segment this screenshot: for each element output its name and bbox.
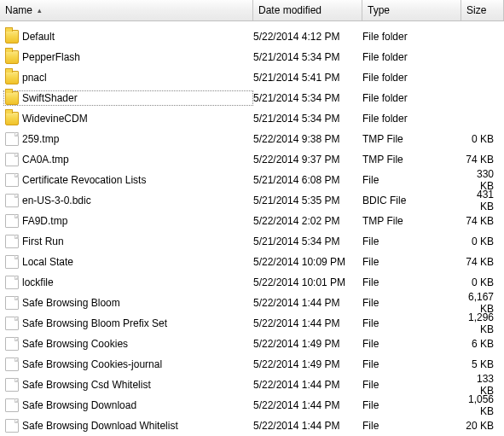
file-row[interactable]: Safe Browsing Download5/22/2014 1:44 PMF… (0, 395, 504, 416)
file-type-cell: BDIC File (362, 195, 461, 206)
file-name-label: CA0A.tmp (22, 154, 69, 166)
file-name-cell[interactable]: Safe Browsing Bloom Prefix Set (3, 316, 253, 331)
file-row[interactable]: FA9D.tmp5/22/2014 2:02 PMTMP File74 KB (0, 211, 504, 231)
file-icon (5, 255, 19, 269)
file-date-cell: 5/21/2014 5:41 PM (253, 72, 362, 84)
file-name-label: lockfile (22, 276, 54, 288)
file-date-cell: 5/22/2014 1:44 PM (253, 317, 362, 329)
file-name-cell[interactable]: Safe Browsing Bloom (3, 295, 253, 311)
file-name-cell[interactable]: 259.tmp (3, 131, 253, 147)
file-icon (5, 419, 19, 433)
file-icon (5, 173, 19, 187)
file-size-cell: 0 KB (461, 235, 504, 247)
file-name-label: 259.tmp (22, 133, 59, 145)
file-name-label: SwiftShader (22, 92, 78, 104)
folder-icon (5, 30, 19, 44)
file-icon (5, 378, 19, 392)
file-name-cell[interactable]: First Run (3, 234, 253, 249)
file-date-cell: 5/21/2014 5:34 PM (253, 92, 362, 104)
column-header-type[interactable]: Type (362, 0, 461, 20)
file-date-cell: 5/22/2014 10:09 PM (253, 256, 362, 268)
file-date-cell: 5/22/2014 1:49 PM (253, 338, 362, 350)
file-type-cell: File folder (362, 31, 461, 43)
file-size-cell: 6 KB (461, 338, 504, 350)
file-row[interactable]: en-US-3-0.bdic5/21/2014 5:35 PMBDIC File… (0, 190, 504, 211)
file-size-cell: 20 KB (461, 420, 504, 432)
file-name-cell[interactable]: Safe Browsing Csd Whitelist (3, 377, 253, 392)
file-date-cell: 5/22/2014 10:01 PM (253, 276, 362, 288)
file-row[interactable]: pnacl5/21/2014 5:41 PMFile folder (0, 67, 504, 88)
file-date-cell: 5/21/2014 6:08 PM (253, 174, 362, 186)
file-row[interactable]: First Run5/21/2014 5:34 PMFile0 KB (0, 231, 504, 252)
file-name-label: en-US-3-0.bdic (22, 195, 91, 206)
file-icon (5, 317, 19, 330)
file-name-cell[interactable]: Default (3, 29, 253, 44)
file-row[interactable]: Default5/22/2014 4:12 PMFile folder (0, 26, 504, 47)
column-header-size[interactable]: Size (461, 0, 504, 20)
file-size-cell: 74 KB (461, 256, 504, 268)
folder-icon (5, 71, 19, 84)
file-name-cell[interactable]: lockfile (3, 275, 253, 290)
file-type-cell: File (362, 420, 461, 432)
file-date-cell: 5/21/2014 5:34 PM (253, 113, 362, 125)
file-row[interactable]: Safe Browsing Download Whitelist5/22/201… (0, 416, 504, 436)
file-date-cell: 5/22/2014 1:44 PM (253, 379, 362, 391)
file-name-label: Safe Browsing Download Whitelist (22, 420, 178, 432)
file-type-cell: TMP File (362, 154, 461, 166)
file-row[interactable]: Safe Browsing Bloom5/22/2014 1:44 PMFile… (0, 293, 504, 313)
file-name-label: Local State (22, 256, 73, 268)
folder-icon (5, 112, 19, 125)
file-name-cell[interactable]: pnacl (3, 70, 253, 85)
file-type-cell: File (362, 235, 461, 247)
file-size-cell: 74 KB (461, 154, 504, 166)
file-name-cell[interactable]: Safe Browsing Cookies (3, 336, 253, 352)
file-size-cell: 1,056 KB (461, 393, 504, 417)
file-name-label: Safe Browsing Bloom Prefix Set (22, 317, 167, 329)
file-name-label: Safe Browsing Csd Whitelist (22, 379, 151, 391)
file-icon (5, 214, 19, 228)
file-date-cell: 5/22/2014 1:44 PM (253, 420, 362, 432)
file-date-cell: 5/22/2014 1:44 PM (253, 297, 362, 309)
file-row[interactable]: Local State5/22/2014 10:09 PMFile74 KB (0, 252, 504, 272)
file-icon (5, 276, 19, 289)
file-row[interactable]: PepperFlash5/21/2014 5:34 PMFile folder (0, 47, 504, 67)
file-row[interactable]: Safe Browsing Bloom Prefix Set5/22/2014 … (0, 313, 504, 334)
file-name-cell[interactable]: CA0A.tmp (3, 152, 253, 167)
file-name-cell[interactable]: Certificate Revocation Lists (3, 172, 253, 188)
file-row[interactable]: Safe Browsing Csd Whitelist5/22/2014 1:4… (0, 375, 504, 395)
sort-ascending-icon: ▴ (38, 6, 42, 15)
file-name-cell[interactable]: PepperFlash (3, 49, 253, 65)
file-row[interactable]: lockfile5/22/2014 10:01 PMFile0 KB (0, 272, 504, 293)
file-name-cell[interactable]: WidevineCDM (3, 111, 253, 126)
file-type-cell: File folder (362, 92, 461, 104)
file-size-cell: 0 KB (461, 276, 504, 288)
file-date-cell: 5/22/2014 9:38 PM (253, 133, 362, 145)
file-name-label: Certificate Revocation Lists (22, 174, 146, 186)
column-header-date[interactable]: Date modified (253, 0, 362, 20)
file-type-cell: File (362, 317, 461, 329)
file-name-cell[interactable]: Local State (3, 254, 253, 270)
file-name-label: First Run (22, 235, 64, 247)
file-row[interactable]: Safe Browsing Cookies-journal5/22/2014 1… (0, 354, 504, 375)
file-size-cell: 0 KB (461, 133, 504, 145)
file-name-cell[interactable]: Safe Browsing Cookies-journal (3, 357, 253, 372)
column-header-name[interactable]: Name ▴ (0, 0, 253, 20)
file-icon (5, 337, 19, 351)
file-list: Default5/22/2014 4:12 PMFile folderPeppe… (0, 21, 504, 436)
file-type-cell: File (362, 358, 461, 370)
folder-icon (5, 50, 19, 64)
file-name-cell[interactable]: SwiftShader (3, 90, 253, 106)
file-row[interactable]: WidevineCDM5/21/2014 5:34 PMFile folder (0, 108, 504, 129)
file-row[interactable]: Safe Browsing Cookies5/22/2014 1:49 PMFi… (0, 334, 504, 354)
file-name-cell[interactable]: en-US-3-0.bdic (3, 193, 253, 208)
file-name-cell[interactable]: Safe Browsing Download Whitelist (3, 418, 253, 433)
file-row[interactable]: 259.tmp5/22/2014 9:38 PMTMP File0 KB (0, 129, 504, 149)
file-row[interactable]: Certificate Revocation Lists5/21/2014 6:… (0, 170, 504, 190)
column-header-size-label: Size (466, 4, 486, 16)
file-row[interactable]: SwiftShader5/21/2014 5:34 PMFile folder (0, 88, 504, 108)
file-size-cell: 5 KB (461, 358, 504, 370)
file-row[interactable]: CA0A.tmp5/22/2014 9:37 PMTMP File74 KB (0, 149, 504, 170)
file-icon (5, 235, 19, 248)
file-name-cell[interactable]: Safe Browsing Download (3, 398, 253, 413)
file-name-cell[interactable]: FA9D.tmp (3, 213, 253, 229)
